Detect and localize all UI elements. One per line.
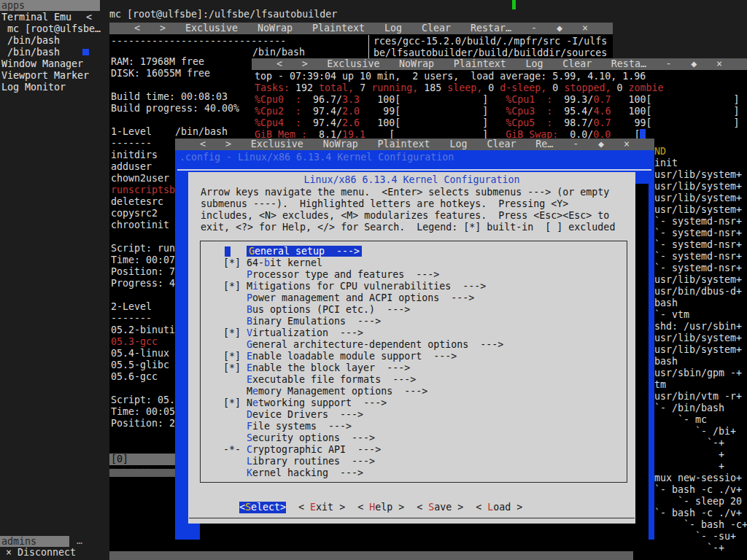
toolbar-plaintext[interactable]: Plaintext <box>378 139 430 150</box>
mc-window-footer <box>109 469 175 477</box>
checkbox-state: -*- <box>223 444 247 456</box>
toolbar-nowrap[interactable]: NoWrap <box>399 58 434 70</box>
menu-item[interactable]: [*]Virtualization ---> <box>223 327 503 339</box>
toolbar-restart[interactable]: Restar… <box>471 23 511 34</box>
menu-item[interactable]: Memory Management options ---> <box>223 386 503 397</box>
admins-more: … <box>77 535 82 547</box>
mc-toolbar: <>ExclusiveNoWrapPlaintextLogClearRestar… <box>109 23 613 34</box>
toolbar-close-icon[interactable]: × <box>582 23 588 34</box>
toolbar-back-icon[interactable]: < <box>134 23 140 34</box>
apps-menu-header[interactable]: apps <box>0 0 100 11</box>
checkbox-state: [*] <box>223 351 247 362</box>
checkbox-state: [*] <box>223 327 247 339</box>
toolbar-clear[interactable]: Clear <box>487 139 516 150</box>
toolbar-maximize-icon[interactable]: ◆ <box>598 139 604 150</box>
toolbar-restart[interactable]: Resta… <box>611 58 646 70</box>
gcc-log-line: be/lfsautobuilder/build/builddir/sources <box>374 47 607 59</box>
taskbar-item[interactable]: /bin/bash <box>0 35 102 47</box>
menu-item[interactable]: [*]Enable the block layer ---> <box>223 362 503 374</box>
button-load[interactable]: < Load > <box>476 502 522 513</box>
kernel-toolbar: <>ExclusiveNoWrapPlaintextLogClearRe…-◆× <box>175 139 654 150</box>
toolbar-maximize-icon[interactable]: ◆ <box>557 23 562 34</box>
menu-item[interactable]: [*]64-bit kernel <box>223 257 503 269</box>
toolbar-nowrap[interactable]: NoWrap <box>323 139 358 150</box>
menu-item[interactable]: File systems ---> <box>223 421 503 432</box>
mc-column-divider <box>368 35 369 58</box>
menu-item[interactable]: -*-Cryptographic API ---> <box>223 444 503 456</box>
bottom-window-edge <box>109 551 633 560</box>
kernel-config-title: .config - Linux/x86 6.13.4 Kernel Config… <box>179 152 454 163</box>
toolbar-back-icon[interactable]: < <box>276 58 282 70</box>
dialog-help-line: submenus ----). Highlighted letters are … <box>201 198 568 210</box>
checkbox-state: [*] <box>223 362 247 374</box>
taskbar-item[interactable]: Log Monitor <box>0 82 102 93</box>
toolbar-forward-icon[interactable]: > <box>225 139 231 150</box>
checkbox-state: [*] <box>223 397 247 409</box>
toolbar-exclusive[interactable]: Exclusive <box>251 139 303 150</box>
toolbar-forward-icon[interactable]: > <box>160 23 166 34</box>
dialog-help-line: Arrow keys navigate the menu. <Enter> se… <box>201 187 609 198</box>
toolbar-exclusive[interactable]: Exclusive <box>327 58 379 70</box>
toolbar-exclusive[interactable]: Exclusive <box>185 23 238 34</box>
admins-session-chip[interactable]: admins <box>0 536 69 547</box>
dialog-title: Linux/x86 6.13.4 Kernel Configuration <box>188 174 635 186</box>
dialog-shadow-right <box>635 184 649 532</box>
toolbar-clear[interactable]: Clear <box>422 23 451 34</box>
taskbar-item[interactable]: Terminal Emu< <box>0 12 102 23</box>
toolbar-nowrap[interactable]: NoWrap <box>258 23 293 34</box>
menu-item[interactable]: [*]Mitigations for CPU vulnerabilities -… <box>223 281 503 292</box>
toolbar-minimize-icon[interactable]: - <box>531 23 537 34</box>
menu-item[interactable]: Kernel hacking ---> <box>223 467 503 479</box>
toolbar-back-icon[interactable]: < <box>200 139 206 150</box>
menu-item[interactable]: [*]Networking support ---> <box>223 397 503 409</box>
menu-item[interactable]: Library routines ---> <box>223 456 503 467</box>
gcc-log-line: rces/gcc-15.2.0/build/./mpfr/src -I/ulfs <box>374 36 607 47</box>
taskbar-item[interactable]: Window Manager <box>0 58 102 70</box>
button-save[interactable]: < Save > <box>417 502 463 513</box>
tmux-status-bar[interactable]: [0] 0:bash* <box>109 454 175 465</box>
toolbar-log[interactable]: Log <box>525 58 543 70</box>
submenu-chevron-icon: < <box>86 12 92 23</box>
taskbar-item[interactable]: /bin/bash <box>0 47 102 58</box>
checkbox-state: [*] <box>223 257 247 269</box>
button-exit[interactable]: < Exit > <box>298 502 345 513</box>
button-help[interactable]: < Help > <box>357 502 404 513</box>
dialog-bottom-line <box>189 518 635 518</box>
toolbar-minimize-icon[interactable]: - <box>573 139 578 150</box>
menu-item[interactable]: Power management and ACPI options ---> <box>223 292 503 304</box>
menu-item[interactable]: General setup ---> <box>223 246 503 257</box>
menu-item[interactable]: Device Drivers ---> <box>223 409 503 421</box>
kernel-menu-list: General setup --->[*]64-bit kernelProces… <box>223 246 503 479</box>
mc-bash-label: /bin/bash <box>252 47 305 58</box>
menu-item[interactable]: Executable file formats ---> <box>223 374 503 386</box>
disconnect-button[interactable]: × Disconnect <box>6 547 76 559</box>
toolbar-maximize-icon[interactable]: ◆ <box>691 58 697 70</box>
kernel-config-window: <>ExclusiveNoWrapPlaintextLogClearRe…-◆×… <box>175 139 654 540</box>
menu-item[interactable]: Binary Emulations ---> <box>223 316 503 327</box>
toolbar-clear[interactable]: Clear <box>562 58 592 70</box>
toolbar-log[interactable]: Log <box>384 23 402 34</box>
toolbar-close-icon[interactable]: × <box>624 139 630 150</box>
menu-item[interactable]: [*]Enable loadable module support ---> <box>223 351 503 362</box>
toolbar-minimize-icon[interactable]: - <box>666 58 672 70</box>
activity-indicator <box>512 0 516 9</box>
menu-item[interactable]: Processor type and features ---> <box>223 269 503 281</box>
button-select[interactable]: <Select> <box>239 502 286 513</box>
running-marker <box>82 49 89 55</box>
taskbar-menu: Terminal Emu< mc [root@ulfsbe… /bin/bash… <box>0 12 102 93</box>
toolbar-restart[interactable]: Re… <box>535 139 553 150</box>
menu-item[interactable]: Security options ---> <box>223 432 503 444</box>
top-toolbar: <>ExclusiveNoWrapPlaintextLogClearResta…… <box>252 58 747 70</box>
taskbar-item[interactable]: Viewport Marker <box>0 70 102 82</box>
toolbar-plaintext[interactable]: Plaintext <box>312 23 365 34</box>
toolbar-log[interactable]: Log <box>450 139 468 150</box>
dialog-help-line: exit, <?> for Help, </> for Search. Lege… <box>201 222 615 233</box>
taskbar-item[interactable]: mc [root@ulfsbe… <box>0 23 102 35</box>
menu-item[interactable]: Bus options (PCI etc.) ---> <box>223 304 503 316</box>
toolbar-close-icon[interactable]: × <box>716 58 722 70</box>
toolbar-plaintext[interactable]: Plaintext <box>454 58 506 70</box>
menu-item[interactable]: General architecture-dependent options -… <box>223 339 503 351</box>
toolbar-forward-icon[interactable]: > <box>302 58 308 70</box>
kernel-title-separator <box>177 169 651 171</box>
dialog-shadow-bottom <box>200 524 649 540</box>
